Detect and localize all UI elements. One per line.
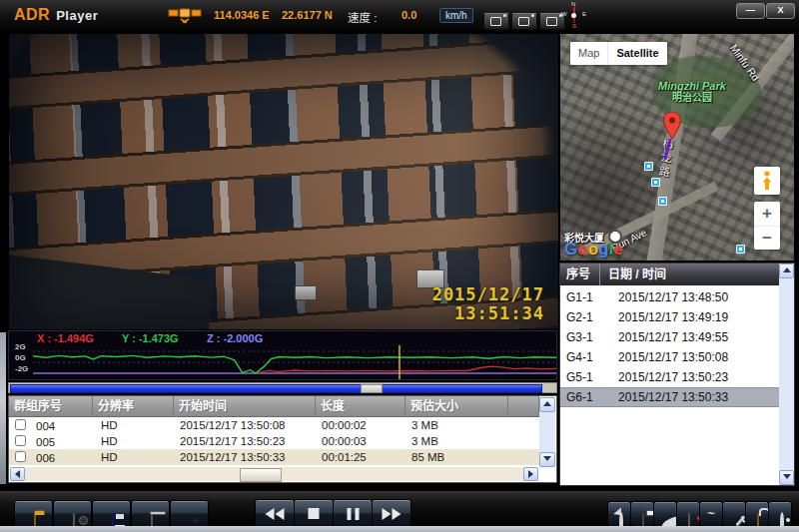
scroll-right-button[interactable] <box>523 467 538 481</box>
row-checkbox[interactable] <box>15 419 26 430</box>
compass-e: E <box>582 11 586 17</box>
stop-icon <box>309 505 320 523</box>
save-button[interactable] <box>92 500 131 528</box>
col-event-datetime[interactable]: 日期 / 时间 <box>600 264 779 285</box>
map-button[interactable]: Map <box>570 42 608 65</box>
gsensor-y-label: Y : -1.473G <box>122 332 179 344</box>
vertical-scrollbar[interactable] <box>539 397 555 467</box>
view-single-button[interactable] <box>483 13 509 30</box>
arrow-up-icon <box>543 401 551 406</box>
timeline-thumb[interactable] <box>361 384 383 393</box>
cell-event-id: G6-1 <box>560 387 606 407</box>
hscroll-thumb[interactable] <box>240 468 282 482</box>
zoom-out-button[interactable]: − <box>754 227 780 250</box>
event-table-header: 序号 日期 / 时间 <box>560 264 779 285</box>
cell-event-datetime: 2015/12/17 13:50:33 <box>606 387 779 407</box>
delete-button[interactable] <box>131 500 170 528</box>
repeat-button[interactable] <box>607 501 631 527</box>
snapshot-button[interactable] <box>53 500 92 528</box>
event-vertical-scrollbar[interactable] <box>779 264 794 485</box>
lock-button[interactable] <box>745 501 769 527</box>
transit-station-icon[interactable] <box>658 197 667 206</box>
view-single-icon <box>490 17 501 26</box>
map-view-button[interactable] <box>676 501 700 527</box>
compass-hub <box>571 13 576 18</box>
cell-length: 00:01:25 <box>316 449 405 465</box>
row-checkbox[interactable] <box>15 451 26 462</box>
cell-size: 3 MB <box>405 417 508 433</box>
zoom-in-button[interactable]: + <box>754 202 780 227</box>
cell-group-id: 006 <box>36 452 55 464</box>
cell-resolution: HD <box>93 449 174 465</box>
cell-event-id: G1-1 <box>560 287 606 307</box>
arrow-down-icon <box>783 474 791 479</box>
col-start-time[interactable]: 开始时间 <box>174 396 316 417</box>
flash-button[interactable] <box>768 501 792 527</box>
col-length[interactable]: 长度 <box>316 396 405 417</box>
table-row-selected[interactable]: 006 HD 2015/12/17 13:50:33 00:01:25 85 M… <box>9 449 539 465</box>
col-group-id[interactable]: 群组序号 <box>9 396 93 417</box>
video-frame[interactable]: 2015/12/17 13:51:34 <box>8 33 559 330</box>
gsensor-panel: X : -1.494G Y : -1.473G Z : -2.000G 2G 0… <box>8 330 557 380</box>
pause-icon <box>346 508 361 520</box>
compass-widget: N S W E <box>559 1 589 29</box>
event-row[interactable]: G1-12015/12/17 13:48:50 <box>560 287 779 307</box>
cell-event-datetime: 2015/12/17 13:50:08 <box>606 347 779 367</box>
col-event-id[interactable]: 序号 <box>560 264 600 285</box>
pegman-button[interactable] <box>754 167 780 195</box>
tools-button[interactable] <box>722 501 746 527</box>
transit-station-icon[interactable] <box>736 245 745 254</box>
scroll-up-button[interactable] <box>539 397 555 412</box>
cell-start-time: 2015/12/17 13:50:33 <box>174 449 316 465</box>
park-label-en: Mingzhi Park <box>658 80 726 92</box>
view-popout-icon <box>546 17 557 26</box>
rewind-button[interactable] <box>255 499 295 529</box>
open-folder-button[interactable] <box>14 500 53 528</box>
event-row[interactable]: G2-12015/12/17 13:49:19 <box>560 307 779 327</box>
gsensor-chart[interactable] <box>33 345 556 379</box>
view-quad-button[interactable] <box>511 13 537 30</box>
event-row[interactable]: G3-12015/12/17 13:49:55 <box>560 327 779 347</box>
settings-button[interactable] <box>170 500 209 528</box>
view-quad-icon <box>518 17 529 26</box>
table-row[interactable]: 004 HD 2015/12/17 13:50:08 00:00:02 3 MB <box>9 417 539 433</box>
col-resolution[interactable]: 分辨率 <box>93 396 174 417</box>
timeline-track[interactable] <box>10 384 542 393</box>
pause-button[interactable] <box>333 499 373 529</box>
close-button[interactable]: X <box>766 3 795 19</box>
cell-resolution: HD <box>93 417 174 433</box>
scroll-left-button[interactable] <box>10 467 25 481</box>
cell-size: 85 MB <box>405 449 508 465</box>
fast-forward-button[interactable] <box>372 499 411 529</box>
event-row[interactable]: G4-12015/12/17 13:50:08 <box>560 347 779 367</box>
table-row[interactable]: 005 HD 2015/12/17 13:50:23 00:00:03 3 MB <box>9 433 539 449</box>
minimize-button[interactable]: — <box>736 3 765 19</box>
timestamp-time: 13:51:34 <box>432 304 544 323</box>
map-panel[interactable]: Mingzhi Park 明治公园 Minfu Rd 梅龙路 Run Ave 彩… <box>559 33 795 262</box>
print-button[interactable] <box>630 501 654 527</box>
cell-event-id: G2-1 <box>560 307 606 327</box>
google-earth-button[interactable] <box>653 501 677 527</box>
arrow-right-icon <box>528 470 533 478</box>
col-size[interactable]: 预估大小 <box>405 396 508 417</box>
transit-station-icon[interactable] <box>644 162 653 171</box>
scroll-down-button[interactable] <box>779 470 794 485</box>
timeline-scrollbar[interactable] <box>8 382 557 393</box>
gsensor-wave-button[interactable]: ~ <box>699 501 723 527</box>
scroll-up-button[interactable] <box>779 264 794 278</box>
park-label: Mingzhi Park 明治公园 <box>658 80 726 104</box>
transit-station-icon[interactable] <box>651 178 660 187</box>
compass-w: W <box>561 11 567 17</box>
satellite-button[interactable]: Satellite <box>608 42 666 65</box>
map-marker-pin[interactable] <box>663 112 681 140</box>
scroll-down-button[interactable] <box>539 452 555 467</box>
horizontal-scrollbar[interactable] <box>10 467 538 481</box>
event-row-selected[interactable]: G6-12015/12/17 13:50:33 <box>560 387 779 407</box>
event-row[interactable]: G5-12015/12/17 13:50:23 <box>560 367 779 387</box>
speed-unit-badge: km/h <box>439 8 473 23</box>
row-checkbox[interactable] <box>15 435 26 446</box>
stop-button[interactable] <box>294 499 334 529</box>
longitude-readout: 114.0346 E <box>214 9 270 21</box>
gsensor-z-label: Z : -2.000G <box>207 332 263 344</box>
cell-start-time: 2015/12/17 13:50:08 <box>174 417 316 433</box>
